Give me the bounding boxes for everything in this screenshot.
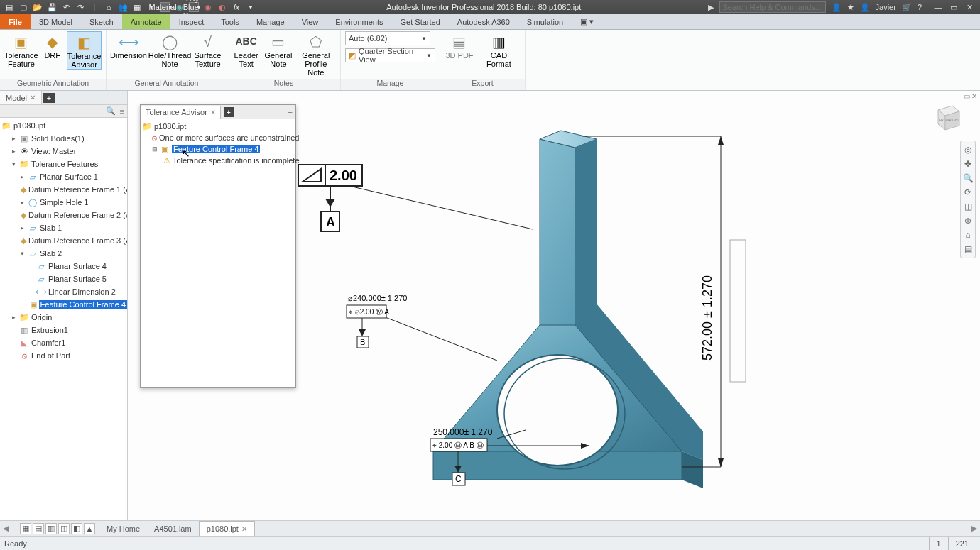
viewcube[interactable]: FRONT RIGHT [931,101,962,133]
app-icon[interactable]: ▤ [4,2,14,12]
pan-icon[interactable]: ✥ [962,158,974,170]
advisor-unconstrained-warning[interactable]: ⦸One or more surfaces are unconstrained [142,132,294,143]
chevron-down-icon[interactable]: ▼ [246,2,256,12]
tree-slab-2[interactable]: ▾▱Slab 2 [0,247,127,260]
tree-extrusion1[interactable]: ▥Extrusion1 [0,324,127,336]
tab-file[interactable]: File [0,14,31,29]
undo-icon[interactable]: ↶ [61,2,71,12]
tree-slab-1[interactable]: ▸▱Slab 1 [0,221,127,234]
dimension-button[interactable]: ⟷Dimension [111,31,146,60]
dim-height-fcf-badge[interactable] [730,240,746,382]
redo-icon[interactable]: ↷ [75,2,85,12]
tab-sketch[interactable]: Sketch [81,14,122,29]
tab-manage[interactable]: Manage [248,14,293,29]
tree-solid-bodies[interactable]: ▸▣Solid Bodies(1) [0,132,127,145]
doctab-p1080[interactable]: p1080.ipt✕ [199,521,255,536]
scroll-left-icon[interactable]: ◀ [0,524,11,533]
advisor-menu-icon[interactable]: ≡ [285,108,295,116]
doctab-myhome[interactable]: My Home [99,521,147,536]
maximize-button[interactable]: ▭ [947,3,960,12]
view-layout-1-icon[interactable]: ▦ [20,523,31,534]
3dpdf-button[interactable]: ▤3D PDF [445,31,474,60]
hole-callout[interactable]: ⌀240.000± 1.270 ⌖ ⌀2.00 Ⓜ A B [347,294,497,361]
settings-icon[interactable]: ▤ [962,243,974,255]
tab-overflow[interactable]: ▣ ▾ [572,14,602,29]
model-tree[interactable]: 📁p1080.ipt ▸▣Solid Bodies(1) ▸👁View: Mas… [0,118,127,520]
tree-tolerance-features[interactable]: ▾📁Tolerance Features [0,158,127,170]
tree-drf-2[interactable]: ◆Datum Reference Frame 2 (A [0,209,127,221]
tree-drf-3[interactable]: ◆Datum Reference Frame 3 (A [0,234,127,247]
quarter-section-view-button[interactable]: ◩Quarter Section View▼ [345,48,435,62]
menu-icon[interactable]: ≡ [120,107,124,116]
advisor-incomplete-warning[interactable]: ⚠Tolerance specification is incomplete [142,155,294,166]
play-icon[interactable]: ▶ [708,3,714,12]
apps-icon[interactable]: ▦ [132,2,142,12]
flatness-callout[interactable]: 2.00 A [298,165,533,231]
cart-icon[interactable]: 🛒 [902,3,912,12]
tolerance-advisor-button[interactable]: ◧Tolerance Advisor [67,31,102,70]
team-icon[interactable]: 👥 [118,2,128,12]
tree-planar-surface-5[interactable]: ▱Planar Surface 5 [0,273,127,285]
fullnav-icon[interactable]: ⊕ [962,215,974,226]
tab-simulation[interactable]: Simulation [518,14,572,29]
home-view-icon[interactable]: ⌂ [962,229,974,241]
home-icon[interactable]: ⌂ [104,2,114,12]
help-icon[interactable]: ? [918,3,922,11]
tree-planar-surface-1[interactable]: ▸▱Planar Surface 1 [0,170,127,183]
lookat-icon[interactable]: ◫ [962,201,974,212]
new-icon[interactable]: ▢ [18,2,28,12]
signin-icon[interactable]: 👤 [832,3,842,12]
tab-environments[interactable]: Environments [327,14,391,29]
minimize-button[interactable]: — [932,3,944,12]
drf-button[interactable]: ◆DRF [41,31,64,60]
advisor-tab[interactable]: Tolerance Advisor✕ [141,106,221,119]
steering-wheel-icon[interactable]: ◎ [962,144,974,155]
tree-origin[interactable]: ▸📁Origin [0,311,127,324]
search-icon[interactable]: 🔍 [106,106,116,116]
tree-chamfer1[interactable]: ◣Chamfer1 [0,336,127,349]
tree-end-of-part[interactable]: ⦸End of Part [0,349,127,362]
material-combo[interactable]: Material▼ [160,2,170,12]
orbit-icon[interactable]: ⟳ [962,187,974,198]
doc-close-icon[interactable]: ✕ [971,92,977,100]
tab-annotate[interactable]: Annotate [122,14,170,29]
view-layout-3-icon[interactable]: ▥ [45,523,57,534]
cad-format-button[interactable]: ▥CAD Format [477,31,521,68]
user-avatar[interactable]: 👤 [860,3,870,12]
advisor-tree[interactable]: 📁p1080.ipt ⦸One or more surfaces are unc… [141,119,295,387]
view-layout-up-icon[interactable]: ▲ [84,523,95,534]
browser-tab-model[interactable]: Model✕ [0,91,42,104]
scroll-right-icon[interactable]: ▶ [969,524,980,533]
advisor-add-tab[interactable]: + [224,107,234,117]
measure-icon[interactable]: ◐ [217,2,227,12]
advisor-root[interactable]: 📁p1080.ipt [142,121,294,132]
tab-a360[interactable]: Autodesk A360 [449,14,518,29]
close-icon[interactable]: ✕ [210,109,216,116]
annotation-scale-combo[interactable]: Auto (6.82)▼ [345,31,430,45]
tab-inspect[interactable]: Inspect [170,14,212,29]
tab-3dmodel[interactable]: 3D Model [31,14,81,29]
tree-view-master[interactable]: ▸👁View: Master [0,145,127,158]
tree-simple-hole-1[interactable]: ▸◯Simple Hole 1 [0,196,127,209]
close-button[interactable]: ✕ [963,3,976,12]
doctab-a4501[interactable]: A4501.iam [147,521,199,536]
zoom-icon[interactable]: 🔍 [962,172,974,184]
favorite-icon[interactable]: ★ [847,3,854,12]
advisor-fcf4[interactable]: ⊟▣Feature Control Frame 4 [142,143,294,155]
general-note-button[interactable]: ▭General Note [263,31,293,68]
tree-root[interactable]: 📁p1080.ipt [0,119,127,132]
hole-thread-note-button[interactable]: ◯Hole/Thread Note [149,31,190,68]
view-layout-5-icon[interactable]: ◧ [71,523,82,534]
surface-texture-button[interactable]: √Surface Texture [193,31,222,68]
appearance-combo[interactable]: *Sky Blue D▼ [189,2,199,12]
tab-view[interactable]: View [293,14,327,29]
close-icon[interactable]: ✕ [241,525,247,533]
tab-tools[interactable]: Tools [212,14,248,29]
general-profile-note-button[interactable]: ⬠General Profile Note [296,31,336,77]
tab-getstarted[interactable]: Get Started [392,14,449,29]
tree-linear-dimension-2[interactable]: ⟷Linear Dimension 2 [0,285,127,298]
leader-text-button[interactable]: ABCLeader Text [232,31,261,68]
open-icon[interactable]: 📂 [33,2,43,12]
view-layout-4-icon[interactable]: ◫ [58,523,70,534]
help-search-input[interactable] [719,1,826,13]
